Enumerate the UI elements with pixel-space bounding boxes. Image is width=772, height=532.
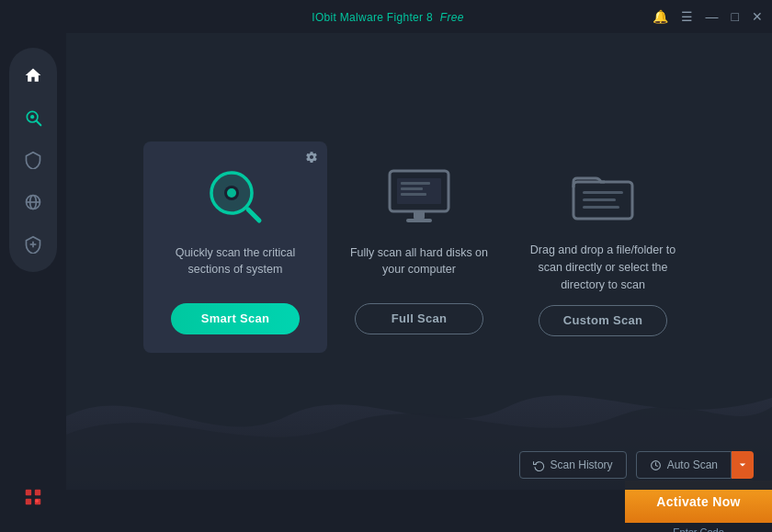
auto-scan-label: Auto Scan — [667, 458, 718, 471]
sidebar-item-home[interactable] — [13, 55, 53, 96]
scan-history-label: Scan History — [551, 458, 613, 471]
scan-history-button[interactable]: Scan History — [519, 451, 627, 479]
scan-actions-row: Scan History Auto Scan — [66, 451, 772, 486]
svg-rect-8 — [26, 490, 31, 495]
app-title-badge: Free — [440, 11, 464, 24]
enter-code-link[interactable]: Enter Code — [673, 526, 724, 532]
scan-icon — [24, 108, 42, 127]
sidebar-nav — [9, 48, 57, 272]
titlebar: IObit Malware Fighter 8 Free 🔔 ☰ — □ ✕ — [0, 0, 772, 33]
globe-icon — [24, 193, 42, 211]
folder-svg — [568, 162, 638, 226]
monitor-svg — [382, 164, 456, 230]
smart-scan-settings-button[interactable] — [305, 151, 318, 166]
svg-point-12 — [35, 499, 39, 503]
svg-line-1 — [37, 121, 41, 126]
custom-scan-icon — [566, 157, 640, 231]
svg-rect-28 — [583, 206, 619, 209]
maximize-icon[interactable]: □ — [732, 9, 739, 24]
custom-scan-button[interactable]: Custom Scan — [539, 305, 667, 336]
window-controls: 🔔 ☰ — □ ✕ — [653, 0, 763, 33]
sidebar-item-scan[interactable] — [13, 97, 53, 138]
svg-marker-30 — [740, 463, 745, 466]
full-scan-card: Fully scan all hard disks on your comput… — [327, 141, 511, 353]
enter-code-section: Enter Code — [625, 523, 772, 532]
sidebar-bottom — [13, 477, 53, 517]
minimize-icon[interactable]: — — [706, 9, 719, 24]
full-scan-button[interactable]: Full Scan — [355, 303, 483, 334]
svg-point-16 — [227, 188, 236, 198]
app-title-text: IObit Malware Fighter 8 — [312, 11, 433, 24]
app-title: IObit Malware Fighter 8 Free — [308, 10, 463, 24]
svg-point-2 — [30, 115, 34, 119]
svg-rect-9 — [35, 490, 40, 495]
bell-icon[interactable]: 🔔 — [653, 9, 668, 24]
svg-rect-20 — [401, 182, 430, 185]
sidebar-item-security[interactable] — [13, 224, 53, 265]
svg-rect-24 — [406, 219, 432, 222]
history-icon — [533, 459, 545, 471]
shield-icon — [24, 151, 42, 169]
smart-scan-card: Quickly scan the critical sections of sy… — [143, 141, 327, 353]
sidebar — [0, 33, 66, 532]
full-scan-description: Fully scan all hard disks on your comput… — [342, 244, 496, 292]
sidebar-item-apps[interactable] — [13, 477, 53, 517]
activate-now-button[interactable]: Activate Now — [625, 481, 772, 523]
content-area: Quickly scan the critical sections of sy… — [66, 33, 772, 532]
activate-row: Activate Now Enter Code — [66, 490, 772, 532]
svg-rect-10 — [26, 499, 31, 504]
svg-rect-26 — [583, 191, 623, 194]
auto-scan-button[interactable]: Auto Scan — [636, 451, 732, 479]
svg-rect-23 — [414, 211, 425, 219]
svg-rect-21 — [401, 187, 423, 190]
full-scan-icon — [382, 160, 456, 233]
activate-section: Activate Now Enter Code — [625, 481, 772, 532]
sidebar-item-protection[interactable] — [13, 140, 53, 180]
chevron-down-icon — [739, 461, 746, 469]
custom-scan-description: Drag and drop a file/folder to scan dire… — [526, 242, 680, 293]
svg-rect-22 — [401, 193, 426, 196]
auto-scan-dropdown-button[interactable] — [732, 451, 754, 479]
home-icon — [24, 66, 42, 85]
close-icon[interactable]: ✕ — [752, 9, 763, 24]
magnifier-svg — [200, 162, 270, 232]
clock-icon — [650, 459, 662, 471]
apps-icon — [23, 487, 43, 507]
menu-icon[interactable]: ☰ — [681, 9, 693, 24]
scan-cards-area: Quickly scan the critical sections of sy… — [66, 33, 772, 451]
sidebar-item-surf[interactable] — [13, 182, 53, 222]
gear-icon — [305, 151, 318, 164]
smart-scan-icon — [199, 160, 272, 233]
svg-rect-27 — [583, 198, 616, 201]
custom-scan-card: Drag and drop a file/folder to scan dire… — [511, 139, 695, 354]
smart-scan-button[interactable]: Smart Scan — [171, 303, 300, 334]
main-layout: Quickly scan the critical sections of sy… — [0, 33, 772, 532]
auto-scan-wrapper: Auto Scan — [636, 451, 754, 479]
smart-scan-description: Quickly scan the critical sections of sy… — [158, 244, 312, 292]
svg-line-17 — [248, 209, 259, 221]
plus-shield-icon — [24, 235, 42, 254]
